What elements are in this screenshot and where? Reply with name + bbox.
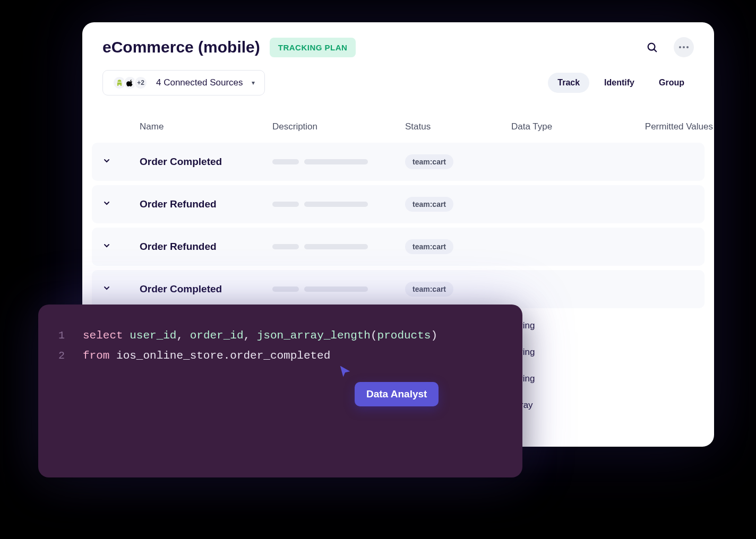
search-icon	[646, 41, 658, 53]
card-header: eCommerce (mobile) TRACKING PLAN	[82, 22, 714, 63]
tab-group[interactable]: Group	[649, 73, 694, 93]
table-header: Name Description Status Data Type Permit…	[92, 108, 705, 143]
connected-sources-button[interactable]: +2 4 Connected Sources ▾	[102, 70, 265, 95]
code-content: from ios_online_store.order_completed	[83, 346, 330, 366]
line-number: 1	[54, 326, 65, 345]
sources-label: 4 Connected Sources	[156, 77, 243, 88]
status-badge: team:cart	[405, 197, 453, 212]
table-row: Order Refunded team:cart	[92, 228, 705, 266]
status-badge: team:cart	[405, 239, 453, 254]
chevron-down-icon	[102, 157, 111, 165]
col-permitted-values: Permitted Values	[617, 121, 713, 132]
status-badge: team:cart	[405, 154, 453, 169]
sql-editor-card: 1 select user_id, order_id, json_array_l…	[38, 305, 522, 477]
tab-track[interactable]: Track	[548, 73, 589, 93]
tracking-plan-badge: TRACKING PLAN	[270, 38, 356, 57]
chevron-down-icon	[102, 284, 111, 292]
data-type-value: Array	[511, 400, 617, 411]
col-description: Description	[272, 121, 405, 132]
page-title: eCommerce (mobile)	[102, 38, 260, 56]
header-actions	[642, 37, 694, 57]
collaborator-cursor: Data Analyst	[355, 382, 439, 406]
expand-row-button[interactable]	[102, 157, 140, 168]
tab-identify[interactable]: Identify	[595, 73, 644, 93]
description-placeholder	[272, 202, 405, 207]
chevron-down-icon	[102, 199, 111, 207]
collaborator-label: Data Analyst	[355, 382, 439, 406]
table-row: Order Refunded team:cart	[92, 185, 705, 223]
more-sources-count: +2	[134, 76, 148, 90]
subheader: +2 4 Connected Sources ▾ Track Identify …	[82, 63, 714, 108]
svg-line-1	[654, 49, 656, 51]
title-row: eCommerce (mobile) TRACKING PLAN	[102, 38, 356, 57]
expand-row-button[interactable]	[102, 199, 140, 210]
col-data-type: Data Type	[511, 121, 617, 132]
code-line: 1 select user_id, order_id, json_array_l…	[54, 326, 506, 346]
description-placeholder	[272, 244, 405, 249]
event-type-tabs: Track Identify Group	[548, 73, 694, 93]
code-content: select user_id, order_id, json_array_len…	[83, 326, 437, 346]
chevron-down-icon: ▾	[252, 79, 255, 86]
description-placeholder	[272, 286, 405, 292]
status-badge: team:cart	[405, 282, 453, 297]
cursor-icon	[338, 364, 353, 379]
data-type-value: String	[511, 347, 617, 358]
event-name: Order Completed	[140, 156, 272, 168]
table-row: Order Completed team:cart	[92, 143, 705, 181]
table-row: Order Completed team:cart	[92, 270, 705, 308]
chevron-down-icon	[102, 241, 111, 250]
event-name: Order Completed	[140, 283, 272, 295]
data-type-value: String	[511, 320, 617, 331]
event-name: Order Refunded	[140, 241, 272, 253]
data-type-value: String	[511, 373, 617, 384]
line-number: 2	[54, 346, 65, 366]
search-button[interactable]	[642, 37, 662, 57]
event-name: Order Refunded	[140, 198, 272, 210]
col-name: Name	[140, 121, 272, 132]
more-icon	[679, 46, 689, 48]
description-placeholder	[272, 159, 405, 164]
col-status: Status	[405, 121, 511, 132]
source-icons: +2	[113, 76, 148, 90]
expand-row-button[interactable]	[102, 284, 140, 295]
more-menu-button[interactable]	[674, 37, 694, 57]
code-line: 2 from ios_online_store.order_completed	[54, 346, 506, 366]
expand-row-button[interactable]	[102, 241, 140, 253]
